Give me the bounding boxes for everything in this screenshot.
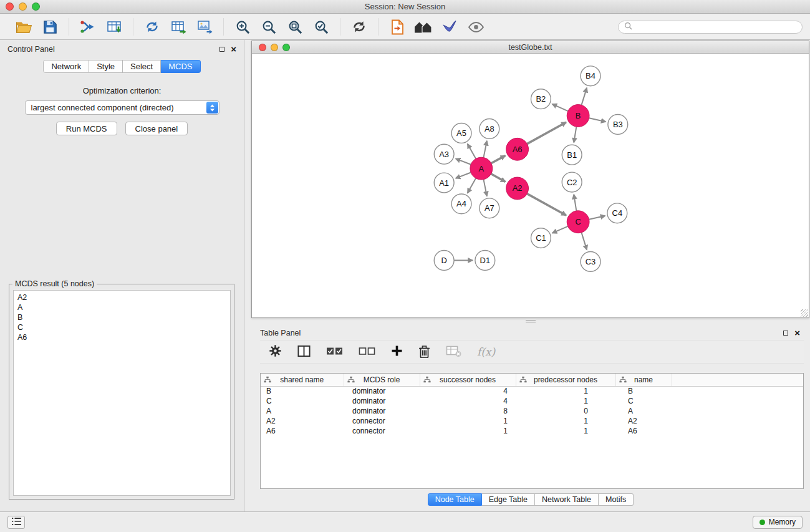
tab-edge-table[interactable]: Edge Table [482, 493, 535, 506]
zoom-window-button[interactable] [32, 2, 40, 11]
cell[interactable]: B [615, 386, 672, 396]
zoom-selected-button[interactable] [311, 17, 332, 37]
column-header-name[interactable]: name [615, 374, 672, 386]
graph-node-A3[interactable]: A3 [434, 144, 454, 164]
cell[interactable]: A6 [261, 426, 344, 436]
tab-network[interactable]: Network [43, 60, 89, 73]
graph-edge-C-C3[interactable] [582, 233, 587, 250]
column-header-predecessor-nodes[interactable]: predecessor nodes [516, 374, 615, 386]
tab-node-table[interactable]: Node Table [428, 493, 482, 506]
graph-edge-A2-C[interactable] [527, 194, 566, 216]
graph-edge-A-A7[interactable] [483, 180, 486, 196]
graph-edge-B-B4[interactable] [582, 88, 587, 105]
graph-node-B[interactable]: B [567, 105, 589, 127]
memory-button[interactable]: Memory [753, 516, 803, 529]
network-minimize-button[interactable] [271, 44, 278, 51]
cell[interactable]: 0 [516, 406, 615, 416]
cell[interactable]: 4 [420, 386, 516, 396]
graph-edge-A-A4[interactable] [468, 178, 476, 193]
table-row[interactable]: A6connector11A6 [261, 426, 803, 436]
cell[interactable]: 1 [516, 426, 615, 436]
cell[interactable]: 1 [516, 386, 615, 396]
graph-node-A2[interactable]: A2 [506, 177, 529, 200]
refresh-button[interactable] [349, 17, 370, 37]
fx-button[interactable]: f(x) [477, 346, 495, 358]
graph-edge-B-B2[interactable] [552, 104, 568, 111]
zoom-fit-button[interactable] [284, 17, 306, 37]
cell[interactable]: connector [344, 416, 420, 426]
run-mcds-button[interactable]: Run MCDS [56, 122, 117, 135]
optimization-criterion-select[interactable]: largest connected component (directed) [25, 100, 219, 115]
graph-node-A4[interactable]: A4 [451, 194, 471, 214]
cell[interactable]: 4 [420, 396, 516, 406]
home-button[interactable] [413, 17, 434, 37]
graph-edge-C-C2[interactable] [574, 195, 576, 211]
network-graph[interactable]: AA6A2BCA5A8A3A1A4A7B2B4B3B1C2C4C1C3DD1 [252, 54, 809, 317]
graph-edge-A-A8[interactable] [483, 141, 486, 158]
trash-button[interactable] [418, 344, 430, 360]
graph-node-C2[interactable]: C2 [562, 172, 582, 192]
cell[interactable]: A2 [615, 416, 672, 426]
import-table-button[interactable] [104, 17, 125, 37]
tab-mcds[interactable]: MCDS [161, 60, 200, 73]
cell[interactable]: A6 [615, 426, 672, 436]
graph-node-A1[interactable]: A1 [434, 173, 454, 193]
tab-network-table[interactable]: Network Table [535, 493, 599, 506]
close-window-button[interactable] [6, 2, 14, 11]
open-folder-button[interactable] [13, 17, 34, 37]
minimize-window-button[interactable] [19, 2, 27, 11]
export-table-button[interactable] [168, 17, 189, 37]
zoom-out-button[interactable] [258, 17, 279, 37]
columns-button[interactable] [297, 345, 311, 359]
cell[interactable]: 1 [516, 396, 615, 406]
close-panel-button[interactable]: Close panel [125, 122, 188, 135]
graph-node-A8[interactable]: A8 [480, 119, 499, 139]
graph-node-A7[interactable]: A7 [480, 198, 499, 218]
graph-node-A6[interactable]: A6 [506, 138, 529, 160]
cell[interactable]: dominator [344, 406, 420, 416]
graph-edge-A-A6[interactable] [491, 156, 506, 163]
graph-node-B4[interactable]: B4 [581, 66, 600, 86]
close-panel-icon[interactable]: × [231, 44, 236, 54]
graph-node-B3[interactable]: B3 [608, 115, 628, 135]
float-panel-icon[interactable] [219, 47, 224, 52]
import-network-button[interactable] [77, 17, 99, 37]
graph-edge-C-C4[interactable] [589, 216, 605, 220]
graph-node-C[interactable]: C [567, 211, 589, 233]
graph-edge-C-C1[interactable] [552, 226, 568, 233]
mcds-result-item[interactable]: A [17, 302, 226, 312]
mcds-result-list[interactable]: A2ABCA6 [13, 290, 231, 496]
mcds-result-item[interactable]: A2 [17, 293, 226, 302]
graph-edge-B-B3[interactable] [589, 118, 606, 122]
cell[interactable]: C [261, 396, 344, 406]
cell[interactable]: 1 [420, 416, 516, 426]
graph-edge-A-A3[interactable] [456, 158, 471, 164]
graph-node-C4[interactable]: C4 [607, 203, 627, 223]
resize-corner-handle[interactable] [801, 309, 808, 317]
panel-splitter[interactable] [251, 319, 810, 324]
mcds-result-item[interactable]: B [17, 312, 226, 322]
cell[interactable]: 1 [420, 426, 516, 436]
cell[interactable]: dominator [344, 396, 420, 406]
cell[interactable]: A [261, 406, 344, 416]
cell[interactable]: 8 [420, 406, 516, 416]
graph-node-B2[interactable]: B2 [531, 89, 551, 109]
network-close-button[interactable] [259, 44, 266, 51]
mcds-result-item[interactable]: A6 [17, 332, 226, 342]
graph-node-C1[interactable]: C1 [531, 228, 551, 248]
graph-node-D[interactable]: D [434, 251, 454, 271]
save-button[interactable] [39, 17, 60, 37]
column-header-shared-name[interactable]: shared name [261, 374, 344, 386]
table-row[interactable]: Cdominator41C [261, 396, 803, 406]
export-image-button[interactable] [194, 17, 215, 37]
graph-node-A[interactable]: A [470, 157, 493, 180]
table-row[interactable]: Adominator80A [261, 406, 803, 416]
cell[interactable]: C [615, 396, 672, 406]
tab-motifs[interactable]: Motifs [599, 493, 634, 506]
search-input[interactable] [635, 22, 796, 31]
cell[interactable]: 1 [516, 416, 615, 426]
tab-select[interactable]: Select [123, 60, 161, 73]
cell[interactable]: A [615, 406, 672, 416]
table-row[interactable]: A2connector11A2 [261, 416, 803, 426]
cell[interactable]: B [261, 386, 344, 396]
